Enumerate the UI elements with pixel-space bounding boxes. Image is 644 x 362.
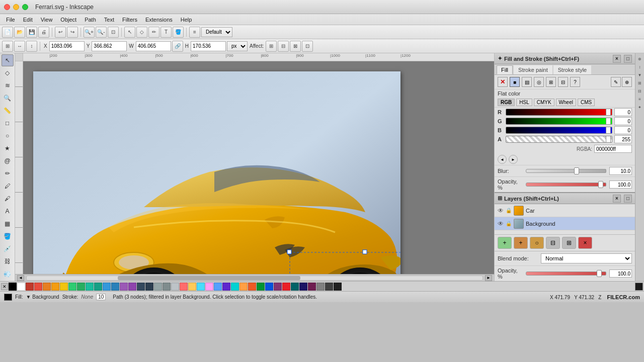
color-tab-wheel[interactable]: Wheel [556,99,576,106]
blur-value-input[interactable] [609,167,632,175]
select-button[interactable]: ↖ [124,27,135,38]
color-17[interactable] [163,283,171,291]
color-white[interactable] [17,283,25,291]
color-18[interactable] [171,283,179,291]
x-coord-input[interactable] [49,41,85,51]
scroll-left[interactable]: ◄ [17,275,24,281]
color-27[interactable] [248,283,256,291]
select-tool[interactable]: ↖ [2,54,14,66]
layer-car-lock[interactable]: 🔒 [506,208,512,213]
color-tab-cmyk[interactable]: CMYK [534,99,554,106]
affect-stroke[interactable]: ⊟ [278,41,289,52]
fill-preview[interactable] [4,294,12,301]
layers-close[interactable]: × [613,195,621,203]
fill-linear-btn[interactable]: ▤ [522,77,532,87]
open-button[interactable]: 📂 [14,27,25,38]
prev-color-btn[interactable]: ◄ [498,155,507,164]
a-value-input[interactable] [614,135,632,143]
w-coord-input[interactable] [136,41,171,51]
fill-pattern-btn[interactable]: ⊟ [558,77,568,87]
affect-geo[interactable]: ⊠ [290,41,301,52]
layer-background[interactable]: 👁 🔒 Background [495,217,635,230]
fill-unknown-btn[interactable]: ? [570,77,580,87]
color-19[interactable] [180,283,188,291]
affect-all[interactable]: ⊞ [266,41,277,52]
minimize-button[interactable] [13,4,19,10]
menu-filters[interactable]: Filters [118,16,141,24]
spray-tool[interactable]: 💨 [2,268,14,280]
g-slider-handle[interactable] [606,118,611,125]
r-slider-track[interactable] [506,109,612,116]
mini-btn-7[interactable]: ✦ [636,104,643,111]
pen-button[interactable]: ✏ [148,27,159,38]
layer-bg-lock[interactable]: 🔒 [506,221,512,226]
color-29[interactable] [265,283,273,291]
text-tool[interactable]: A [2,205,14,217]
color-30[interactable] [274,283,282,291]
zoom-tool[interactable]: 🔍 [2,92,14,104]
layer-opacity-slider[interactable] [526,272,606,276]
mini-btn-6[interactable]: ≡ [636,96,643,103]
r-slider-handle[interactable] [606,109,611,116]
b-value-input[interactable] [614,126,632,134]
menu-edit[interactable]: Edit [19,16,37,24]
print-button[interactable]: 🖨 [38,27,49,38]
r-value-input[interactable] [614,108,632,116]
b-slider-track[interactable] [506,127,612,134]
layer-btn5[interactable]: ⊞ [562,237,576,249]
color-1[interactable] [26,283,34,291]
g-slider-track[interactable] [506,118,612,125]
layer-obj-btn[interactable]: ○ [530,237,544,249]
pencil-tool[interactable]: ✏ [2,167,14,179]
color-14[interactable] [137,283,145,291]
star-tool[interactable]: ★ [2,142,14,154]
rgba-input[interactable] [594,145,632,153]
document-page[interactable]: FILECR.com [33,71,400,274]
tab-stroke-style[interactable]: Stroke style [553,65,591,74]
opacity-handle[interactable] [598,181,603,188]
connector-tool[interactable]: ⛓ [2,255,14,267]
paint-bucket-tool[interactable]: 🪣 [2,230,14,242]
color-16[interactable] [154,283,162,291]
color-37[interactable] [334,283,342,291]
fill-flat-btn[interactable]: ■ [510,77,520,87]
fill-copy-btn[interactable]: ⊕ [622,77,632,87]
color-31[interactable] [282,283,290,291]
blur-slider[interactable] [526,169,606,173]
zoom-fit-button[interactable]: ⊡ [108,27,119,38]
circle-tool[interactable]: ○ [2,130,14,142]
unit-select[interactable]: px [227,41,248,51]
inkscape-canvas[interactable]: FILECR.com [23,61,494,274]
next-color-btn[interactable]: ► [509,155,518,164]
color-32[interactable] [291,283,299,291]
color-15[interactable] [145,283,153,291]
mini-btn-3[interactable]: ▼ [636,71,643,78]
pen-tool[interactable]: 🖊 [2,180,14,192]
horizontal-scrollbar[interactable]: ◄ ► [15,274,494,281]
view-dropdown[interactable]: Default [201,27,232,37]
layer-opacity-handle[interactable] [597,270,602,277]
color-20[interactable] [188,283,196,291]
color-tab-hsl[interactable]: HSL [516,99,532,106]
a-slider-track[interactable] [506,136,612,143]
layer-btn4[interactable]: ⊟ [546,237,560,249]
color-5[interactable] [60,283,68,291]
color-2[interactable] [34,283,42,291]
node-button[interactable]: ◇ [136,27,147,38]
spiral-tool[interactable]: @ [2,155,14,167]
opacity-value-input[interactable] [609,180,632,189]
color-24[interactable] [222,283,230,291]
menu-file[interactable]: File [2,16,19,24]
lock-aspect[interactable]: 🔗 [172,41,183,52]
color-35[interactable] [316,283,325,291]
color-3[interactable] [43,283,51,291]
menu-extensions[interactable]: Extensions [141,16,177,24]
tab-stroke-paint[interactable]: Stroke paint [514,65,552,74]
color-34[interactable] [308,283,316,291]
flip-v[interactable]: ↕ [26,41,37,52]
g-value-input[interactable] [614,117,632,125]
a-slider-handle[interactable] [606,136,611,143]
y-coord-input[interactable] [92,41,127,51]
color-11[interactable] [111,283,119,291]
menu-help[interactable]: Help [177,16,196,24]
